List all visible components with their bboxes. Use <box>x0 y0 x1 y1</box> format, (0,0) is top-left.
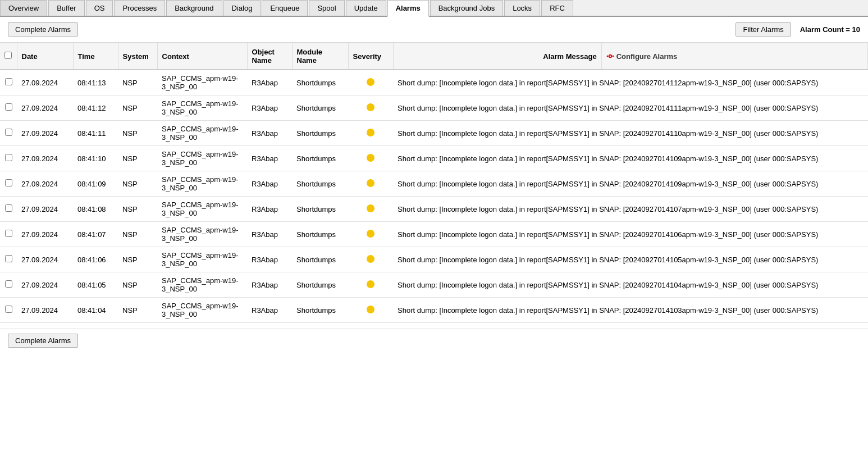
row-module-name: Shortdumps <box>292 197 348 222</box>
row-alarm-message: Short dump: [Incomplete logon data.] in … <box>393 146 868 171</box>
row-checkbox-cell <box>0 197 17 222</box>
tab-background[interactable]: Background <box>166 0 222 16</box>
row-module-name: Shortdumps <box>292 70 348 95</box>
tab-overview[interactable]: Overview <box>0 0 47 16</box>
tab-enqueue[interactable]: Enqueue <box>262 0 308 16</box>
svg-point-2 <box>606 56 608 57</box>
row-module-name: Shortdumps <box>292 171 348 197</box>
row-alarm-message: Short dump: [Incomplete logon data.] in … <box>393 298 868 323</box>
header-module-name-line2: Name <box>297 56 317 65</box>
tab-dialog[interactable]: Dialog <box>223 0 261 16</box>
table-row: 27.09.2024 08:41:09 NSP SAP_CCMS_apm-w19… <box>0 171 868 197</box>
row-object-name: R3Abap <box>247 95 292 121</box>
severity-dot <box>367 179 374 187</box>
row-severity <box>348 146 393 171</box>
row-severity <box>348 247 393 272</box>
tab-update[interactable]: Update <box>346 0 386 16</box>
row-severity <box>348 70 393 95</box>
tab-rfc[interactable]: RFC <box>541 0 573 16</box>
tab-background-jobs[interactable]: Background Jobs <box>430 0 503 16</box>
filter-alarms-button[interactable]: Filter Alarms <box>735 22 791 37</box>
severity-dot <box>367 204 374 212</box>
table-row: 27.09.2024 08:41:11 NSP SAP_CCMS_apm-w19… <box>0 121 868 146</box>
table-row: 27.09.2024 08:41:10 NSP SAP_CCMS_apm-w19… <box>0 146 868 171</box>
row-checkbox-3[interactable] <box>5 154 12 161</box>
tab-spool[interactable]: Spool <box>309 0 344 16</box>
select-all-checkbox[interactable] <box>4 52 12 59</box>
row-module-name: Shortdumps <box>292 146 348 171</box>
row-checkbox-0[interactable] <box>5 78 12 85</box>
header-checkbox <box>0 43 17 70</box>
row-checkbox-cell <box>0 247 17 272</box>
complete-alarms-button[interactable]: Complete Alarms <box>8 22 78 37</box>
row-checkbox-9[interactable] <box>5 306 12 313</box>
row-object-name: R3Abap <box>247 121 292 146</box>
row-severity <box>348 222 393 247</box>
table-row: 27.09.2024 08:41:07 NSP SAP_CCMS_apm-w19… <box>0 222 868 247</box>
tab-processes[interactable]: Processes <box>114 0 165 16</box>
alarm-count-label: Alarm Count = 10 <box>800 25 860 34</box>
table-row: 27.09.2024 08:41:04 NSP SAP_CCMS_apm-w19… <box>0 298 868 323</box>
row-checkbox-cell <box>0 298 17 323</box>
row-time: 08:41:09 <box>73 171 118 197</box>
row-time: 08:41:07 <box>73 222 118 247</box>
row-checkbox-6[interactable] <box>5 230 12 237</box>
header-object-name-line2: Name <box>252 56 272 65</box>
row-module-name: Shortdumps <box>292 272 348 298</box>
toolbar-right: Filter Alarms Alarm Count = 10 <box>735 22 860 37</box>
header-alarm-message: Alarm Message <box>393 43 601 70</box>
row-system: NSP <box>118 222 157 247</box>
severity-dot <box>367 154 374 162</box>
header-object-name: Object Name <box>247 43 292 70</box>
row-alarm-message: Short dump: [Incomplete logon data.] in … <box>393 222 868 247</box>
row-time: 08:41:04 <box>73 298 118 323</box>
severity-dot <box>367 103 374 111</box>
row-context: SAP_CCMS_apm-w19-3_NSP_00 <box>157 197 247 222</box>
row-checkbox-1[interactable] <box>5 103 12 111</box>
row-alarm-message: Short dump: [Incomplete logon data.] in … <box>393 197 868 222</box>
row-object-name: R3Abap <box>247 298 292 323</box>
row-checkbox-5[interactable] <box>5 204 12 212</box>
severity-dot <box>367 230 374 238</box>
row-checkbox-4[interactable] <box>5 179 12 186</box>
tab-alarms[interactable]: Alarms <box>387 0 429 17</box>
row-date: 27.09.2024 <box>17 197 73 222</box>
toolbar-left: Complete Alarms <box>8 22 78 37</box>
row-context: SAP_CCMS_apm-w19-3_NSP_00 <box>157 171 247 197</box>
row-time: 08:41:05 <box>73 272 118 298</box>
row-severity <box>348 121 393 146</box>
row-system: NSP <box>118 95 157 121</box>
row-checkbox-8[interactable] <box>5 280 12 288</box>
row-checkbox-7[interactable] <box>5 255 12 262</box>
severity-dot <box>367 78 374 86</box>
row-alarm-message: Short dump: [Incomplete logon data.] in … <box>393 272 868 298</box>
row-checkbox-2[interactable] <box>5 129 12 136</box>
row-alarm-message: Short dump: [Incomplete logon data.] in … <box>393 70 868 95</box>
row-module-name: Shortdumps <box>292 95 348 121</box>
row-system: NSP <box>118 121 157 146</box>
row-object-name: R3Abap <box>247 171 292 197</box>
row-context: SAP_CCMS_apm-w19-3_NSP_00 <box>157 146 247 171</box>
row-checkbox-cell <box>0 146 17 171</box>
header-configure-alarms: Configure Alarms <box>601 43 867 70</box>
row-object-name: R3Abap <box>247 146 292 171</box>
tab-locks[interactable]: Locks <box>504 0 540 16</box>
row-date: 27.09.2024 <box>17 247 73 272</box>
row-module-name: Shortdumps <box>292 222 348 247</box>
row-date: 27.09.2024 <box>17 171 73 197</box>
header-system: System <box>118 43 157 70</box>
tab-bar: OverviewBufferOSProcessesBackgroundDialo… <box>0 0 868 17</box>
row-severity <box>348 197 393 222</box>
tab-os[interactable]: OS <box>86 0 113 16</box>
row-severity <box>348 171 393 197</box>
row-object-name: R3Abap <box>247 272 292 298</box>
header-object-name-line1: Object <box>252 48 275 56</box>
header-time: Time <box>73 43 118 70</box>
tab-buffer[interactable]: Buffer <box>48 0 84 16</box>
row-object-name: R3Abap <box>247 70 292 95</box>
row-module-name: Shortdumps <box>292 121 348 146</box>
complete-alarms-bottom-button[interactable]: Complete Alarms <box>8 334 78 348</box>
row-checkbox-cell <box>0 272 17 298</box>
svg-point-1 <box>609 56 610 57</box>
configure-alarms-link[interactable]: Configure Alarms <box>606 52 863 61</box>
